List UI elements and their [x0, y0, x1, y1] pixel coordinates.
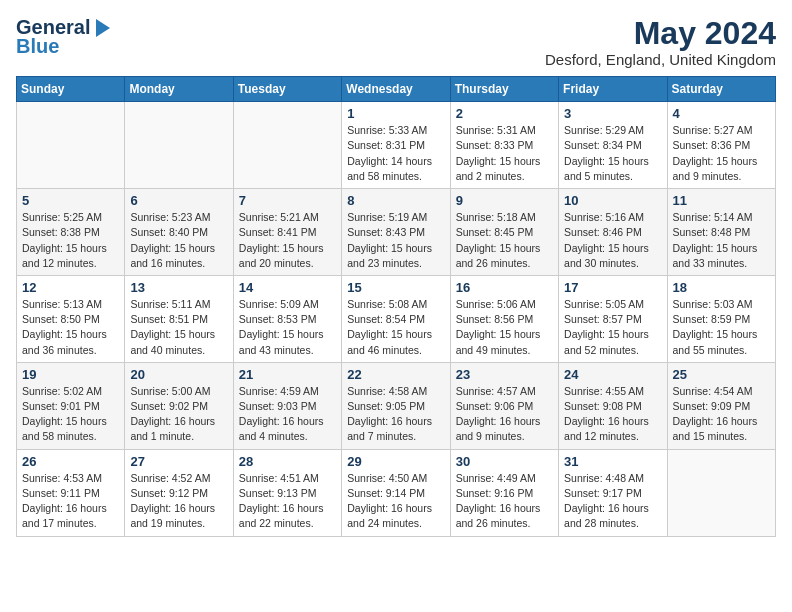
calendar-cell: [667, 449, 775, 536]
day-number: 19: [22, 367, 119, 382]
day-info: Sunrise: 5:25 AMSunset: 8:38 PMDaylight:…: [22, 210, 119, 271]
day-number: 12: [22, 280, 119, 295]
day-of-week-header: Monday: [125, 77, 233, 102]
calendar-cell: 27Sunrise: 4:52 AMSunset: 9:12 PMDayligh…: [125, 449, 233, 536]
day-info: Sunrise: 4:59 AMSunset: 9:03 PMDaylight:…: [239, 384, 336, 445]
day-number: 5: [22, 193, 119, 208]
calendar-cell: [17, 102, 125, 189]
day-info: Sunrise: 5:33 AMSunset: 8:31 PMDaylight:…: [347, 123, 444, 184]
calendar-cell: 29Sunrise: 4:50 AMSunset: 9:14 PMDayligh…: [342, 449, 450, 536]
day-of-week-header: Friday: [559, 77, 667, 102]
day-number: 31: [564, 454, 661, 469]
calendar-cell: 18Sunrise: 5:03 AMSunset: 8:59 PMDayligh…: [667, 275, 775, 362]
calendar-week-row: 19Sunrise: 5:02 AMSunset: 9:01 PMDayligh…: [17, 362, 776, 449]
calendar-cell: 14Sunrise: 5:09 AMSunset: 8:53 PMDayligh…: [233, 275, 341, 362]
month-title: May 2024: [545, 16, 776, 51]
day-of-week-header: Saturday: [667, 77, 775, 102]
logo-blue: Blue: [16, 35, 59, 58]
calendar-week-row: 12Sunrise: 5:13 AMSunset: 8:50 PMDayligh…: [17, 275, 776, 362]
calendar-cell: 5Sunrise: 5:25 AMSunset: 8:38 PMDaylight…: [17, 189, 125, 276]
calendar-cell: 25Sunrise: 4:54 AMSunset: 9:09 PMDayligh…: [667, 362, 775, 449]
day-number: 21: [239, 367, 336, 382]
day-info: Sunrise: 4:52 AMSunset: 9:12 PMDaylight:…: [130, 471, 227, 532]
day-number: 11: [673, 193, 770, 208]
day-info: Sunrise: 5:13 AMSunset: 8:50 PMDaylight:…: [22, 297, 119, 358]
day-number: 4: [673, 106, 770, 121]
logo-arrow-icon: [92, 19, 110, 37]
day-info: Sunrise: 5:11 AMSunset: 8:51 PMDaylight:…: [130, 297, 227, 358]
day-info: Sunrise: 5:23 AMSunset: 8:40 PMDaylight:…: [130, 210, 227, 271]
day-number: 13: [130, 280, 227, 295]
day-number: 7: [239, 193, 336, 208]
day-info: Sunrise: 4:58 AMSunset: 9:05 PMDaylight:…: [347, 384, 444, 445]
day-number: 9: [456, 193, 553, 208]
day-info: Sunrise: 5:31 AMSunset: 8:33 PMDaylight:…: [456, 123, 553, 184]
day-number: 6: [130, 193, 227, 208]
day-info: Sunrise: 4:51 AMSunset: 9:13 PMDaylight:…: [239, 471, 336, 532]
day-info: Sunrise: 5:16 AMSunset: 8:46 PMDaylight:…: [564, 210, 661, 271]
day-info: Sunrise: 5:21 AMSunset: 8:41 PMDaylight:…: [239, 210, 336, 271]
day-number: 26: [22, 454, 119, 469]
calendar-cell: 26Sunrise: 4:53 AMSunset: 9:11 PMDayligh…: [17, 449, 125, 536]
day-info: Sunrise: 4:55 AMSunset: 9:08 PMDaylight:…: [564, 384, 661, 445]
day-of-week-header: Wednesday: [342, 77, 450, 102]
calendar-cell: 24Sunrise: 4:55 AMSunset: 9:08 PMDayligh…: [559, 362, 667, 449]
calendar-cell: 7Sunrise: 5:21 AMSunset: 8:41 PMDaylight…: [233, 189, 341, 276]
calendar-cell: 10Sunrise: 5:16 AMSunset: 8:46 PMDayligh…: [559, 189, 667, 276]
logo: General Blue: [16, 16, 110, 58]
day-info: Sunrise: 5:06 AMSunset: 8:56 PMDaylight:…: [456, 297, 553, 358]
calendar-cell: [125, 102, 233, 189]
calendar-cell: 28Sunrise: 4:51 AMSunset: 9:13 PMDayligh…: [233, 449, 341, 536]
day-number: 20: [130, 367, 227, 382]
calendar-week-row: 1Sunrise: 5:33 AMSunset: 8:31 PMDaylight…: [17, 102, 776, 189]
day-number: 3: [564, 106, 661, 121]
day-number: 27: [130, 454, 227, 469]
day-number: 25: [673, 367, 770, 382]
day-number: 1: [347, 106, 444, 121]
day-info: Sunrise: 5:05 AMSunset: 8:57 PMDaylight:…: [564, 297, 661, 358]
day-info: Sunrise: 4:48 AMSunset: 9:17 PMDaylight:…: [564, 471, 661, 532]
calendar-cell: 17Sunrise: 5:05 AMSunset: 8:57 PMDayligh…: [559, 275, 667, 362]
day-info: Sunrise: 5:02 AMSunset: 9:01 PMDaylight:…: [22, 384, 119, 445]
calendar-cell: 15Sunrise: 5:08 AMSunset: 8:54 PMDayligh…: [342, 275, 450, 362]
header-row: SundayMondayTuesdayWednesdayThursdayFrid…: [17, 77, 776, 102]
calendar-table: SundayMondayTuesdayWednesdayThursdayFrid…: [16, 76, 776, 536]
calendar-cell: 4Sunrise: 5:27 AMSunset: 8:36 PMDaylight…: [667, 102, 775, 189]
day-info: Sunrise: 4:57 AMSunset: 9:06 PMDaylight:…: [456, 384, 553, 445]
day-number: 17: [564, 280, 661, 295]
day-of-week-header: Thursday: [450, 77, 558, 102]
day-info: Sunrise: 5:00 AMSunset: 9:02 PMDaylight:…: [130, 384, 227, 445]
day-number: 2: [456, 106, 553, 121]
day-number: 16: [456, 280, 553, 295]
day-info: Sunrise: 4:54 AMSunset: 9:09 PMDaylight:…: [673, 384, 770, 445]
day-info: Sunrise: 5:09 AMSunset: 8:53 PMDaylight:…: [239, 297, 336, 358]
calendar-cell: 19Sunrise: 5:02 AMSunset: 9:01 PMDayligh…: [17, 362, 125, 449]
calendar-cell: 12Sunrise: 5:13 AMSunset: 8:50 PMDayligh…: [17, 275, 125, 362]
day-info: Sunrise: 5:29 AMSunset: 8:34 PMDaylight:…: [564, 123, 661, 184]
day-info: Sunrise: 5:27 AMSunset: 8:36 PMDaylight:…: [673, 123, 770, 184]
day-number: 29: [347, 454, 444, 469]
calendar-cell: 20Sunrise: 5:00 AMSunset: 9:02 PMDayligh…: [125, 362, 233, 449]
day-number: 10: [564, 193, 661, 208]
calendar-cell: 30Sunrise: 4:49 AMSunset: 9:16 PMDayligh…: [450, 449, 558, 536]
calendar-cell: 1Sunrise: 5:33 AMSunset: 8:31 PMDaylight…: [342, 102, 450, 189]
day-info: Sunrise: 5:14 AMSunset: 8:48 PMDaylight:…: [673, 210, 770, 271]
day-info: Sunrise: 5:08 AMSunset: 8:54 PMDaylight:…: [347, 297, 444, 358]
title-block: May 2024 Desford, England, United Kingdo…: [545, 16, 776, 68]
calendar-header: SundayMondayTuesdayWednesdayThursdayFrid…: [17, 77, 776, 102]
day-number: 24: [564, 367, 661, 382]
day-number: 18: [673, 280, 770, 295]
day-number: 23: [456, 367, 553, 382]
calendar-cell: [233, 102, 341, 189]
calendar-cell: 6Sunrise: 5:23 AMSunset: 8:40 PMDaylight…: [125, 189, 233, 276]
calendar-cell: 9Sunrise: 5:18 AMSunset: 8:45 PMDaylight…: [450, 189, 558, 276]
calendar-cell: 22Sunrise: 4:58 AMSunset: 9:05 PMDayligh…: [342, 362, 450, 449]
calendar-cell: 21Sunrise: 4:59 AMSunset: 9:03 PMDayligh…: [233, 362, 341, 449]
day-info: Sunrise: 4:53 AMSunset: 9:11 PMDaylight:…: [22, 471, 119, 532]
day-info: Sunrise: 5:19 AMSunset: 8:43 PMDaylight:…: [347, 210, 444, 271]
day-number: 22: [347, 367, 444, 382]
calendar-week-row: 5Sunrise: 5:25 AMSunset: 8:38 PMDaylight…: [17, 189, 776, 276]
calendar-cell: 2Sunrise: 5:31 AMSunset: 8:33 PMDaylight…: [450, 102, 558, 189]
day-of-week-header: Sunday: [17, 77, 125, 102]
calendar-cell: 23Sunrise: 4:57 AMSunset: 9:06 PMDayligh…: [450, 362, 558, 449]
